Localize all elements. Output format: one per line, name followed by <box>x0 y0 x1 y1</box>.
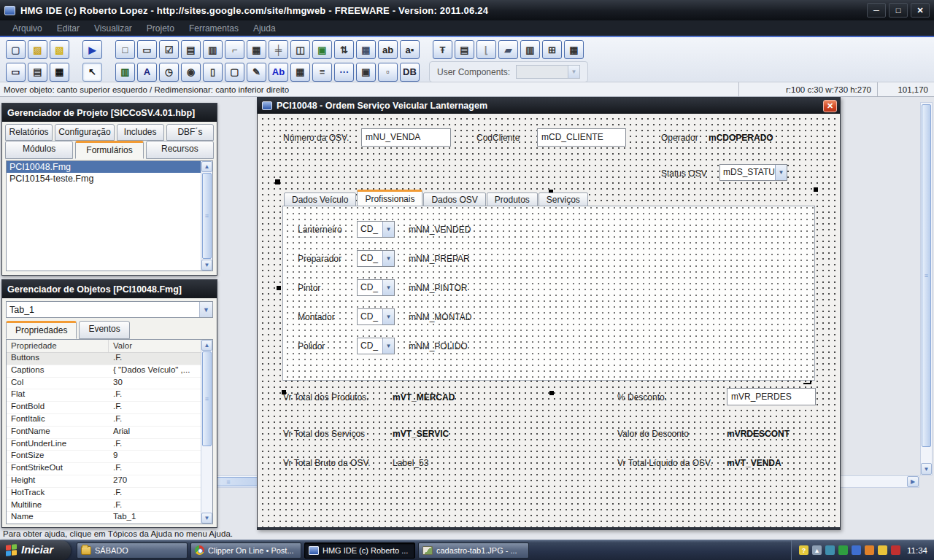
scroll-up-arrow[interactable]: ▲ <box>201 161 212 172</box>
operador-label[interactable]: Operador <box>661 133 698 143</box>
project-tab[interactable]: DBF´s <box>166 124 214 141</box>
line-control-button[interactable]: ⌐ <box>225 40 244 59</box>
form-tab[interactable]: Produtos <box>487 192 538 206</box>
getbox-control-button[interactable]: ▯ <box>203 63 223 82</box>
professional-value-label[interactable]: mNM_PINTOR <box>409 283 467 293</box>
property-row[interactable]: FontUnderLine .F. <box>7 439 212 451</box>
professional-label[interactable]: Pintor <box>298 283 320 293</box>
calendar-control-button[interactable]: ▦ <box>290 63 310 82</box>
property-row[interactable]: Captions { "Dados Veículo" ,... <box>7 365 212 378</box>
professional-combobox[interactable]: CD_ ▼ <box>357 250 395 267</box>
pager-control-button[interactable]: ▥ <box>520 40 540 59</box>
project-tab[interactable]: Configuração <box>55 124 114 141</box>
total-liquido-value[interactable]: mVT_VENDA <box>727 458 781 468</box>
library-control-button[interactable]: ▥ <box>115 63 135 82</box>
menu-item[interactable]: Arquivo <box>6 22 49 35</box>
object-manager-tab[interactable]: Eventos <box>79 321 129 339</box>
form-canvas[interactable]: Número da OSV. mNU_VENDA CodCliente mCD_… <box>258 114 840 527</box>
form-tab[interactable]: Dados OSV <box>423 192 485 206</box>
numero-osv-label[interactable]: Número da OSV. <box>283 133 349 143</box>
valor-desconto-label[interactable]: Valor do Desconto <box>617 429 689 439</box>
form-tab[interactable]: Dados Veículo <box>284 192 356 206</box>
tray-messenger-icon[interactable] <box>825 545 835 555</box>
professional-value-label[interactable]: mNM_VENDED <box>409 225 471 235</box>
browse-control-button[interactable]: ▦ <box>564 40 584 59</box>
valor-desconto-value[interactable]: mVRDESCONT <box>727 429 790 439</box>
forms-list-item[interactable]: PCI10048.Fmg <box>7 161 212 173</box>
ipaddress-control-button[interactable]: ⋯ <box>334 63 354 82</box>
tray-updates-icon[interactable] <box>878 545 887 555</box>
save-project-button[interactable]: ▧ <box>50 40 69 59</box>
professional-combobox[interactable]: CD_ ▼ <box>357 308 395 325</box>
tray-scheduler-icon[interactable] <box>865 545 874 555</box>
scroll-right-arrow[interactable]: ▶ <box>907 476 919 487</box>
source-editor-button[interactable]: ▤ <box>28 63 47 82</box>
form-tab[interactable]: Profissionais <box>357 190 422 206</box>
tray-antivirus-icon[interactable] <box>838 545 848 555</box>
professional-combobox[interactable]: CD_ ▼ <box>357 279 395 296</box>
vertical-scroll-thumb[interactable] <box>922 104 931 447</box>
tab-control-button[interactable]: Ŧ <box>433 40 452 59</box>
property-grid-scrollbar[interactable]: ▲ ▼ <box>201 340 212 524</box>
codcliente-textbox[interactable]: mCD_CLIENTE <box>537 128 626 147</box>
spinner-control-button[interactable]: ⇅ <box>334 40 354 59</box>
project-tab[interactable]: Relatórios <box>5 124 53 141</box>
taskbar-task-button[interactable]: SÁBADO <box>77 542 188 559</box>
data-tables-button[interactable]: ▦ <box>50 63 69 82</box>
radiogroup-control-button[interactable]: ◉ <box>181 63 201 82</box>
button-control-button[interactable]: ▭ <box>137 40 157 59</box>
project-tab[interactable]: Includes <box>117 124 164 141</box>
professional-combobox[interactable]: CD_ ▼ <box>357 221 395 238</box>
total-produtos-label[interactable]: Vr Total dos Produtos. <box>283 392 368 402</box>
form-close-button[interactable]: ✕ <box>823 100 837 112</box>
tree-control-button[interactable]: ⊞ <box>542 40 562 59</box>
total-servicos-label[interactable]: Vr Total dos Serviços <box>283 429 365 439</box>
new-project-button[interactable]: ▢ <box>6 40 26 59</box>
selection-handle[interactable] <box>275 179 280 184</box>
menu-item[interactable]: Ajuda <box>247 22 282 35</box>
property-row[interactable]: Col 30 <box>7 378 212 390</box>
monthcal-control-button[interactable]: ▦ <box>356 40 376 59</box>
total-bruto-label[interactable]: Vr Total Bruto da OSV. <box>283 458 371 468</box>
numero-osv-textbox[interactable]: mNU_VENDA <box>361 128 451 147</box>
scroll-down-arrow[interactable]: ▼ <box>201 260 212 271</box>
richedit-control-button[interactable]: ✎ <box>247 63 266 82</box>
start-button[interactable]: Iniciar <box>0 540 71 560</box>
statusbar-control-button[interactable]: ⌊ <box>476 40 496 59</box>
professional-value-label[interactable]: mNM_MONTAD <box>409 312 471 322</box>
run-button[interactable]: ▶ <box>82 40 102 59</box>
professional-label[interactable]: Preparador <box>298 254 341 264</box>
professional-combobox[interactable]: CD_ ▼ <box>357 338 395 354</box>
player-control-button[interactable]: ▣ <box>356 63 376 82</box>
project-tab[interactable]: Recursos <box>146 141 214 159</box>
forms-list-item[interactable]: PCI10154-teste.Fmg <box>7 173 212 184</box>
pointer-select-button[interactable]: ↖ <box>82 63 102 82</box>
tray-help-icon[interactable]: ? <box>799 545 808 555</box>
property-row[interactable]: FontStrikeOut .F. <box>7 463 212 475</box>
total-bruto-value[interactable]: Label_53 <box>393 458 428 468</box>
total-produtos-value[interactable]: mVT_MERCAD <box>393 392 455 402</box>
panel-control-button[interactable]: ▤ <box>455 40 474 59</box>
menu-item[interactable]: Projeto <box>140 22 181 35</box>
professional-value-label[interactable]: mNM_PREPAR <box>409 254 470 264</box>
scroll-up-arrow[interactable]: ▲ <box>201 340 212 351</box>
object-manager-tab[interactable]: Propriedades <box>6 321 77 339</box>
font-control-button[interactable]: A <box>137 63 157 82</box>
listbox-control-button[interactable]: ▤ <box>181 40 201 59</box>
property-row[interactable]: Name Tab_1 <box>7 512 212 524</box>
checkbox-control-button[interactable]: ☑ <box>159 40 179 59</box>
maximize-button[interactable]: □ <box>889 3 908 18</box>
status-osv-combobox[interactable]: mDS_STATU ▼ <box>719 164 787 181</box>
property-row[interactable]: HotTrack .F. <box>7 488 212 500</box>
property-row[interactable]: FontBold .F. <box>7 402 212 414</box>
progressbar-control-button[interactable]: ▰ <box>498 40 518 59</box>
scroll-down-arrow[interactable]: ▼ <box>921 463 932 475</box>
editbox-control-button[interactable]: a▪ <box>400 40 420 59</box>
hyperlink-control-button[interactable]: Ab <box>269 63 288 82</box>
project-tab[interactable]: Formulários <box>75 141 143 159</box>
slider-control-button[interactable]: ╪ <box>269 40 288 59</box>
object-selector-combobox[interactable]: Tab_1 ▼ <box>6 301 213 318</box>
grid-control-button[interactable]: ▦ <box>247 40 266 59</box>
textbox-control-button[interactable]: ab <box>378 40 398 59</box>
selection-handle[interactable] <box>277 286 281 290</box>
